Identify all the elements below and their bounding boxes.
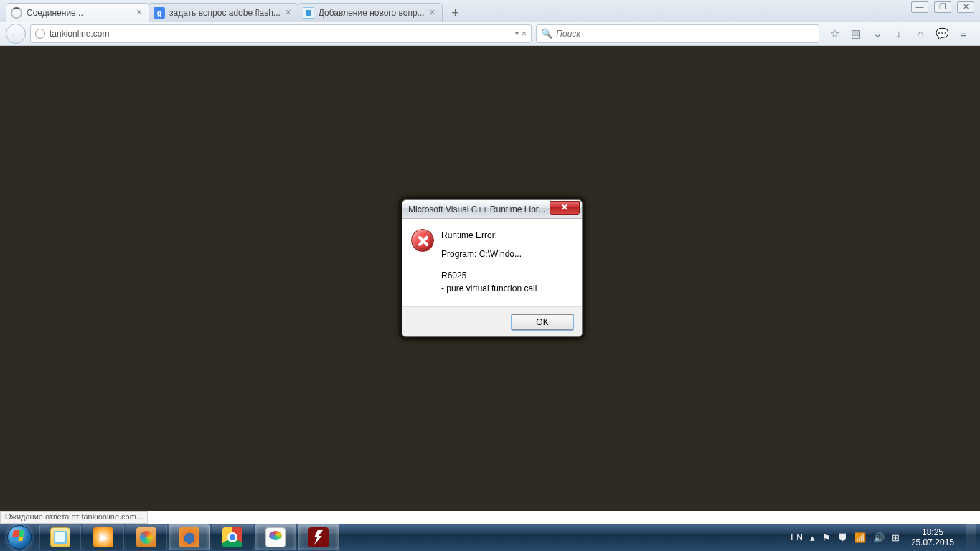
tray-flag-icon[interactable]: ⚑: [822, 532, 831, 543]
tray-app-icon[interactable]: ⊞: [892, 532, 900, 543]
flash-icon: [308, 527, 329, 547]
paint-icon: [265, 527, 286, 547]
clock-time: 18:25: [911, 527, 954, 537]
error-dialog: Microsoft Visual C++ Runtime Libr... ✕ R…: [402, 199, 583, 337]
tray-volume-icon[interactable]: 🔊: [873, 532, 885, 543]
tab-strip: Соединение... × g задать вопрос adobe fl…: [0, 0, 980, 22]
maximize-button[interactable]: ❐: [934, 1, 951, 13]
dialog-titlebar[interactable]: Microsoft Visual C++ Runtime Libr... ✕: [402, 200, 582, 219]
taskbar-firefox[interactable]: [169, 524, 210, 550]
dialog-text: Runtime Error! Program: C:\Windo... R602…: [441, 229, 537, 295]
tray-shield-icon[interactable]: ⛊: [838, 532, 847, 543]
taskbar-flash[interactable]: [298, 524, 339, 550]
url-text: tankionline.com: [50, 29, 512, 39]
minimize-button[interactable]: —: [911, 1, 928, 13]
bookmark-star-icon[interactable]: ☆: [828, 27, 841, 40]
nav-toolbar: ← tankionline.com ▾ × 🔍 ☆ ▤ ⌄ ↓ ⌂ 💬 ≡: [0, 22, 980, 46]
system-tray: EN ▴ ⚑ ⛊ 📶 🔊 ⊞ 18:25 25.07.2015: [791, 524, 980, 551]
error-program: Program: C:\Windo...: [441, 248, 537, 260]
dialog-footer: OK: [402, 306, 582, 336]
explorer-icon: [50, 527, 70, 547]
stop-icon[interactable]: ×: [522, 28, 527, 39]
tray-chevron-icon[interactable]: ▴: [810, 532, 815, 543]
search-bar[interactable]: 🔍: [536, 24, 819, 43]
tab-2[interactable]: Добавление нового вопр... ×: [298, 3, 443, 22]
taskbar-clock[interactable]: 18:25 25.07.2015: [907, 527, 958, 548]
chat-icon[interactable]: 💬: [936, 27, 948, 40]
error-icon: [411, 229, 434, 252]
pocket-icon[interactable]: ⌄: [871, 27, 884, 40]
close-window-button[interactable]: ✕: [957, 1, 974, 13]
window-controls: — ❐ ✕: [908, 0, 977, 14]
menu-icon[interactable]: ≡: [957, 27, 970, 40]
tab-title: Добавление нового вопр...: [319, 8, 425, 18]
tab-active[interactable]: Соединение... ×: [6, 3, 149, 22]
tab-title: Соединение...: [27, 8, 131, 18]
error-detail: - pure virtual function call: [441, 282, 537, 295]
chrome-icon: [222, 527, 242, 547]
firefox-icon: [179, 527, 199, 547]
taskbar: EN ▴ ⚑ ⛊ 📶 🔊 ⊞ 18:25 25.07.2015: [0, 524, 980, 551]
dialog-close-button[interactable]: ✕: [550, 201, 580, 215]
downloads-icon[interactable]: ↓: [892, 27, 905, 40]
reader-icon[interactable]: ▤: [849, 27, 862, 40]
dialog-title: Microsoft Visual C++ Runtime Libr...: [408, 204, 550, 215]
language-indicator[interactable]: EN: [791, 532, 803, 542]
globe-icon: [35, 29, 45, 39]
error-code: R6025: [441, 269, 537, 282]
taskbar-explorer[interactable]: [39, 524, 81, 550]
ok-button[interactable]: OK: [512, 314, 573, 330]
arrow-left-icon: ←: [11, 28, 21, 39]
show-desktop-button[interactable]: [966, 524, 976, 551]
start-button[interactable]: [0, 524, 39, 551]
tab-1[interactable]: g задать вопрос adobe flash... ×: [149, 3, 298, 22]
new-tab-button[interactable]: +: [446, 6, 465, 22]
error-heading: Runtime Error!: [441, 229, 537, 242]
address-bar[interactable]: tankionline.com ▾ ×: [30, 24, 532, 43]
search-icon: 🔍: [541, 28, 552, 39]
toolbar-icons: ☆ ▤ ⌄ ↓ ⌂ 💬 ≡: [824, 27, 974, 40]
tab-close-icon[interactable]: ×: [428, 8, 438, 18]
tab-close-icon[interactable]: ×: [134, 8, 144, 18]
taskbar-chrome[interactable]: [212, 524, 253, 550]
media-player-icon: [93, 527, 113, 547]
tab-title: задать вопрос adobe flash...: [169, 8, 281, 18]
site-favicon-icon: [303, 7, 314, 19]
taskbar-media-player[interactable]: [83, 524, 124, 550]
dropdown-icon[interactable]: ▾: [515, 29, 519, 37]
tray-network-icon[interactable]: 📶: [854, 532, 866, 543]
windows-logo-icon: [7, 525, 32, 550]
tab-close-icon[interactable]: ×: [283, 8, 293, 18]
home-icon[interactable]: ⌂: [914, 27, 927, 40]
search-input[interactable]: [556, 29, 814, 39]
taskbar-app[interactable]: [126, 524, 167, 550]
status-text: Ожидание ответа от tankionline.com...: [5, 512, 143, 521]
dialog-body: Runtime Error! Program: C:\Windo... R602…: [402, 219, 582, 306]
back-button[interactable]: ←: [6, 24, 26, 44]
clock-date: 25.07.2015: [911, 537, 954, 547]
loading-spinner-icon: [11, 7, 22, 19]
taskbar-paint[interactable]: [255, 524, 296, 550]
status-bar: Ожидание ответа от tankionline.com...: [0, 511, 148, 524]
app-icon: [136, 527, 156, 547]
google-favicon-icon: g: [154, 7, 165, 19]
